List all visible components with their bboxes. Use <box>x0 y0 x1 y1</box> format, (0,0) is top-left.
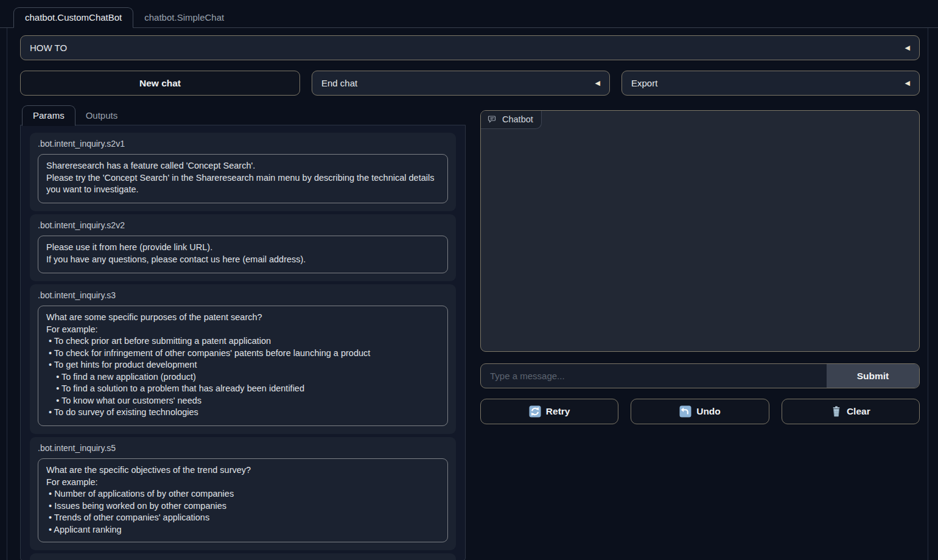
undo-button[interactable]: Undo <box>631 399 769 424</box>
chatbot-label: Chatbot <box>502 114 533 124</box>
new-chat-button[interactable]: New chat <box>20 71 300 96</box>
main-tabbar: chatbot.CustomChatBot chatbot.SimpleChat <box>0 0 938 28</box>
clear-button[interactable]: Clear <box>782 399 920 424</box>
message-input[interactable] <box>481 364 827 388</box>
undo-button-label: Undo <box>696 406 721 417</box>
field-group-s5: .bot.intent_inquiry.s5 What are the spec… <box>30 437 456 550</box>
field-textarea-s3[interactable]: What are some specific purposes of the p… <box>38 306 448 426</box>
undo-icon <box>679 405 691 418</box>
message-input-row: Submit <box>480 363 920 388</box>
tab-chatbot-simplechat[interactable]: chatbot.SimpleChat <box>133 8 235 27</box>
end-chat-accordion[interactable]: End chat ◀ <box>312 71 610 96</box>
field-label: .bot.intent_inquiry.s3 <box>38 290 448 300</box>
submit-button[interactable]: Submit <box>827 364 919 388</box>
retry-button[interactable]: Retry <box>480 399 618 424</box>
howto-accordion[interactable]: HOW TO ◀ <box>20 35 920 60</box>
chat-column: Chatbot Submit <box>480 105 920 424</box>
howto-accordion-label: HOW TO <box>30 43 67 53</box>
field-group-s9: .bot.intent_inquiry.s9 <box>30 553 456 560</box>
chevron-left-icon: ◀ <box>905 80 910 86</box>
field-group-s3: .bot.intent_inquiry.s3 What are some spe… <box>30 284 456 434</box>
clear-button-label: Clear <box>847 406 870 417</box>
field-label: .bot.intent_inquiry.s5 <box>38 443 448 453</box>
field-label: .bot.intent_inquiry.s2v1 <box>38 139 448 149</box>
chevron-left-icon: ◀ <box>595 80 600 86</box>
end-chat-accordion-label: End chat <box>321 78 357 88</box>
field-group-s2v1: .bot.intent_inquiry.s2v1 Shareresearch h… <box>30 133 456 211</box>
trash-icon <box>831 405 842 418</box>
field-group-s2v2: .bot.intent_inquiry.s2v2 Please use it f… <box>30 214 456 281</box>
field-textarea-s2v1[interactable]: Shareresearch has a feature called 'Conc… <box>38 154 448 203</box>
params-column: Params Outputs .bot.intent_inquiry.s2v1 … <box>20 105 466 560</box>
export-accordion-label: Export <box>631 78 657 88</box>
chat-bubble-icon <box>488 114 497 124</box>
params-tab-panel: .bot.intent_inquiry.s2v1 Shareresearch h… <box>20 125 466 560</box>
retry-icon <box>529 405 541 418</box>
main-tab-panel: HOW TO ◀ New chat End chat ◀ Export ◀ Pa… <box>7 28 928 560</box>
params-tabbar: Params Outputs <box>20 105 466 125</box>
tab-chatbot-customchatbot[interactable]: chatbot.CustomChatBot <box>13 7 133 28</box>
retry-button-label: Retry <box>546 406 570 417</box>
chatbot-message-area[interactable]: Chatbot <box>480 110 920 352</box>
chatbot-label-chip: Chatbot <box>481 111 542 129</box>
field-textarea-s5[interactable]: What are the specific objectives of the … <box>38 458 448 542</box>
tab-params[interactable]: Params <box>22 105 75 126</box>
chevron-left-icon: ◀ <box>905 44 910 51</box>
field-textarea-s2v2[interactable]: Please use it from here (provide link UR… <box>38 236 448 273</box>
tab-outputs[interactable]: Outputs <box>75 106 128 125</box>
field-label: .bot.intent_inquiry.s2v2 <box>38 220 448 230</box>
export-accordion[interactable]: Export ◀ <box>621 71 920 96</box>
